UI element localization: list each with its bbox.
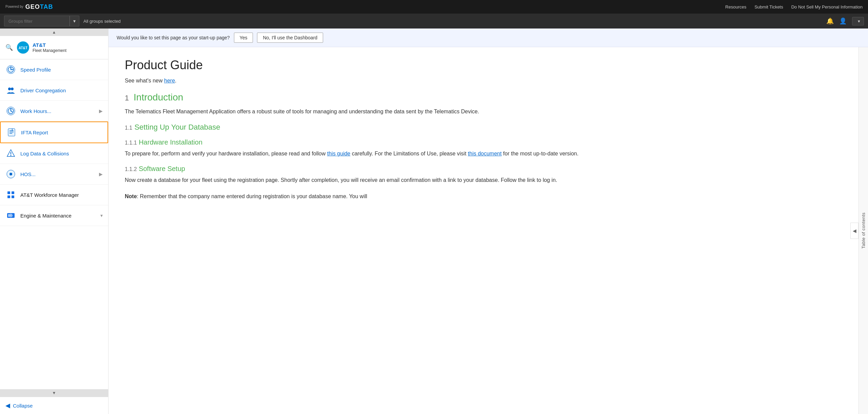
- startup-banner: Would you like to set this page as your …: [108, 29, 868, 47]
- speed-profile-icon: [5, 64, 16, 75]
- geotab-logo-text: GEOTAB: [25, 3, 53, 11]
- dropdown-arrow-icon: ▾: [73, 18, 76, 24]
- sidebar-scroll-up[interactable]: ▲: [0, 29, 108, 36]
- svg-text:AT&T: AT&T: [19, 46, 27, 50]
- svg-rect-12: [8, 129, 15, 136]
- geo-text: GEO: [25, 3, 40, 10]
- note-body-text: : Remember that the company name entered…: [137, 193, 368, 199]
- tab-text: TAB: [40, 3, 53, 10]
- subsection-1-1-1-number: 1.1.1: [125, 140, 137, 146]
- hos-arrow-icon: ▶: [99, 171, 103, 177]
- note-paragraph: Note: Remember that the company name ent…: [125, 192, 842, 201]
- groups-filter-input[interactable]: [4, 16, 70, 26]
- resources-link[interactable]: Resources: [725, 4, 746, 10]
- groups-filter-dropdown-button[interactable]: ▾: [70, 16, 79, 26]
- header-right-icons: 🔔 👤 ▾: [826, 17, 864, 25]
- speed-profile-label: Speed Profile: [20, 67, 103, 73]
- top-nav-bar: Powered by GEOTAB Resources Submit Ticke…: [0, 0, 868, 14]
- svg-point-21: [9, 173, 12, 175]
- subsection-1-1-title: 1.1 Setting Up Your Database: [125, 123, 842, 132]
- top-nav-left: Powered by GEOTAB: [5, 3, 53, 11]
- section-1-body: The Telematics Fleet Management Applicat…: [125, 107, 842, 116]
- att-circle-svg: AT&T: [18, 43, 28, 52]
- collapse-icon: ◀: [5, 402, 10, 409]
- sidebar-item-driver-congregation[interactable]: Driver Congregation: [0, 80, 108, 101]
- svg-rect-22: [7, 191, 10, 194]
- this-guide-link[interactable]: this guide: [327, 151, 351, 156]
- ifta-report-label: IFTA Report: [21, 130, 102, 135]
- sidebar-item-engine-maintenance[interactable]: Engine & Maintenance ▾: [0, 205, 108, 226]
- no-dashboard-button[interactable]: No, I'll use the Dashboard: [257, 33, 323, 43]
- subsection-1-1-2-body: Now create a database for your fleet usi…: [125, 175, 842, 185]
- search-icon[interactable]: 🔍: [5, 44, 13, 51]
- collapse-button[interactable]: ◀ Collapse: [0, 397, 108, 414]
- work-hours-icon: [5, 106, 16, 116]
- log-data-label: Log Data & Collisions: [20, 151, 103, 156]
- this-document-link[interactable]: this document: [468, 151, 502, 156]
- doc-content: Product Guide See what's new here. 1 Int…: [108, 47, 859, 414]
- work-hours-arrow-icon: ▶: [99, 108, 103, 114]
- startup-question: Would you like to set this page as your …: [117, 35, 230, 40]
- engine-maintenance-arrow-icon: ▾: [100, 213, 103, 218]
- sidebar-item-speed-profile[interactable]: Speed Profile: [0, 59, 108, 80]
- subsection-1-1-2-title: 1.1.2 Software Setup: [125, 165, 842, 173]
- sidebar-item-hos[interactable]: HOS... ▶: [0, 164, 108, 185]
- driver-congregation-icon: [5, 85, 16, 96]
- subsection-1-1-1-body: To prepare for, perform and verify your …: [125, 149, 842, 158]
- collapse-right-button[interactable]: ◀: [850, 223, 859, 239]
- att-workforce-icon: [5, 189, 16, 200]
- sidebar-item-att-workforce[interactable]: AT&T Workforce Manager: [0, 185, 108, 205]
- subsection-1-1-1-heading: Hardware Installation: [139, 138, 202, 146]
- att-workforce-label: AT&T Workforce Manager: [20, 192, 103, 198]
- collapse-label: Collapse: [13, 403, 33, 409]
- att-brand-text: AT&T Fleet Management: [33, 42, 66, 53]
- content-area: Would you like to set this page as your …: [108, 29, 868, 414]
- section-1-number: 1: [125, 94, 129, 102]
- att-logo: AT&T AT&T Fleet Management: [17, 41, 66, 54]
- subsection-1-1-1-title: 1.1.1 Hardware Installation: [125, 138, 842, 146]
- sidebar-nav: Speed Profile Driver Congregation: [0, 59, 108, 389]
- submit-tickets-link[interactable]: Submit Tickets: [754, 4, 783, 10]
- svg-point-7: [11, 88, 14, 90]
- engine-maintenance-label: Engine & Maintenance: [20, 213, 96, 219]
- sidebar-header: 🔍 AT&T AT&T Fleet Management: [0, 36, 108, 59]
- doc-intro: See what's new here.: [125, 78, 842, 84]
- note-bold-text: Note: [125, 193, 137, 199]
- doc-title: Product Guide: [125, 58, 842, 72]
- top-nav-right: Resources Submit Tickets Do Not Sell My …: [725, 4, 863, 10]
- body-pre-text: To prepare for, perform and verify your …: [125, 151, 327, 156]
- toc-label: Table of contents: [861, 212, 866, 249]
- intro-text: See what's new: [125, 78, 164, 83]
- sidebar-item-work-hours[interactable]: Work Hours... ▶: [0, 101, 108, 121]
- geotab-logo: Powered by GEOTAB: [5, 3, 53, 11]
- svg-point-19: [11, 155, 12, 156]
- work-hours-label: Work Hours...: [20, 108, 95, 114]
- subsection-1-1-2-number: 1.1.2: [125, 166, 137, 172]
- section-1-title: 1 Introduction: [125, 92, 842, 103]
- user-dropdown-arrow-icon: ▾: [858, 19, 860, 24]
- att-title: AT&T: [33, 42, 66, 48]
- toc-area: ◀ Table of contents: [859, 47, 868, 414]
- section-1-heading: Introduction: [134, 92, 183, 102]
- doc-area: Product Guide See what's new here. 1 Int…: [108, 47, 868, 414]
- sidebar-item-ifta-report[interactable]: IFTA Report: [0, 121, 108, 143]
- user-dropdown[interactable]: ▾: [852, 17, 864, 25]
- svg-point-28: [10, 215, 12, 216]
- yes-button[interactable]: Yes: [234, 33, 253, 43]
- sidebar: ▲ 🔍 AT&T AT&T Fleet Management: [0, 29, 108, 414]
- hos-label: HOS...: [20, 171, 95, 177]
- intro-period: .: [175, 78, 176, 83]
- svg-point-6: [8, 88, 11, 90]
- do-not-sell-link[interactable]: Do Not Sell My Personal Information: [791, 4, 863, 10]
- sidebar-item-log-data[interactable]: Log Data & Collisions: [0, 143, 108, 164]
- user-avatar-icon[interactable]: 👤: [839, 17, 847, 25]
- intro-here-link[interactable]: here: [164, 78, 175, 83]
- notification-bell-icon[interactable]: 🔔: [826, 17, 834, 25]
- toc-sidebar[interactable]: Table of contents: [859, 47, 868, 414]
- engine-maintenance-icon: [5, 210, 16, 221]
- sidebar-scroll-down[interactable]: ▼: [0, 389, 108, 397]
- hos-icon: [5, 169, 16, 180]
- powered-by-text: Powered by: [5, 5, 23, 9]
- all-groups-label: All groups selected: [83, 19, 121, 24]
- main-layout: ▲ 🔍 AT&T AT&T Fleet Management: [0, 29, 868, 414]
